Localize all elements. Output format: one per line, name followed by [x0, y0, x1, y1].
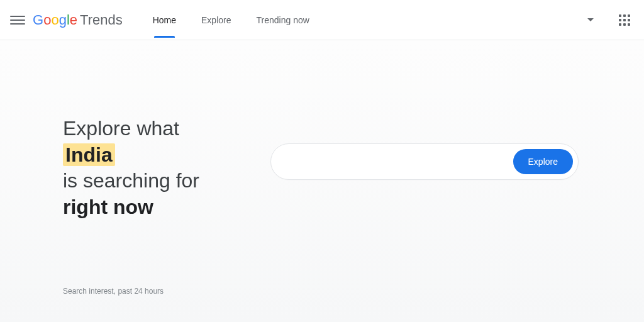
- google-wordmark: Google: [33, 12, 77, 28]
- google-apps-icon[interactable]: [619, 14, 630, 26]
- search-box: Explore: [270, 143, 579, 180]
- header-right: [587, 14, 634, 26]
- region-dropdown-icon[interactable]: [587, 18, 594, 21]
- hero-headline: Explore what India is searching for righ…: [63, 116, 258, 220]
- headline-line4: right now: [63, 196, 153, 218]
- headline-highlight: India: [63, 143, 115, 166]
- header-bar: Google Trends Home Explore Trending now: [0, 0, 644, 40]
- tab-trending-now[interactable]: Trending now: [247, 3, 319, 38]
- hamburger-menu-icon[interactable]: [10, 13, 25, 28]
- main-nav: Home Explore Trending now: [143, 3, 319, 38]
- headline-line1: Explore what: [63, 117, 179, 140]
- search-wrap: Explore: [270, 143, 579, 180]
- tab-explore[interactable]: Explore: [191, 3, 241, 38]
- tab-home[interactable]: Home: [143, 3, 186, 38]
- search-interest-label: Search interest, past 24 hours: [63, 287, 164, 296]
- headline-line3: is searching for: [63, 169, 199, 192]
- trends-wordmark: Trends: [80, 12, 123, 28]
- search-input[interactable]: [284, 156, 513, 167]
- google-trends-logo[interactable]: Google Trends: [33, 12, 123, 28]
- hero-content: Explore what India is searching for righ…: [63, 40, 644, 220]
- explore-button[interactable]: Explore: [513, 149, 573, 174]
- hero-section: Explore what India is searching for righ…: [0, 40, 644, 322]
